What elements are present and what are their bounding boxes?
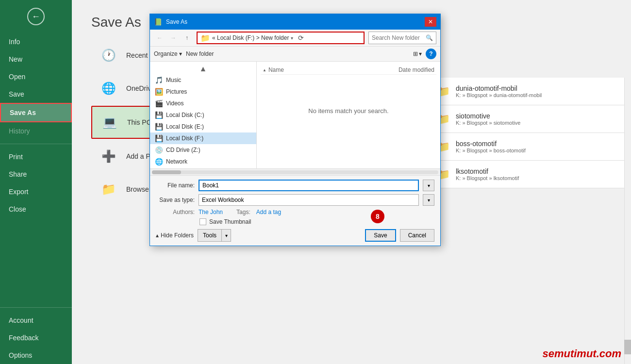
tree-label-disk-c: Local Disk (C:) <box>166 112 204 118</box>
nav-back-button[interactable]: ← <box>154 32 166 44</box>
folder-info: boss-otomotif K: » Blogspot » boss-otomo… <box>456 140 526 153</box>
sidebar-item-save-as[interactable]: Save As <box>0 103 72 122</box>
videos-icon: 🎬 <box>155 99 163 107</box>
tree-item-pictures[interactable]: 🖼️ Pictures <box>150 86 256 98</box>
tools-button-group: Tools ▾ <box>198 229 231 242</box>
refresh-button[interactable]: ⟳ <box>295 32 307 44</box>
save-type-input[interactable] <box>199 194 419 206</box>
folder-info: siotomotive K: » Blogspot » siotomotive <box>456 112 520 126</box>
view-chevron-icon: ▾ <box>419 50 422 57</box>
main-content: Save As 🕐 Recent 🌐 OneDrive 💻 This PC ➕ … <box>72 0 631 364</box>
save-button[interactable]: Save <box>365 229 396 242</box>
file-name-dropdown[interactable]: ▾ <box>423 180 434 191</box>
tags-label: Tags: <box>236 209 250 215</box>
h-scroll-track[interactable] <box>152 170 438 174</box>
scrollbar-thumb[interactable] <box>624 340 631 354</box>
music-icon: 🎵 <box>155 76 163 84</box>
search-icon: 🔍 <box>426 34 433 41</box>
sidebar-item-export[interactable]: Export <box>0 183 72 200</box>
dialog-body: ▲ 🎵 Music 🖼️ Pictures 🎬 Videos 💾 Local D… <box>150 62 440 168</box>
folder-info: dunia-otomotif-mobil K: » Blogspot » dun… <box>456 84 542 98</box>
nav-up-button[interactable]: ↑ <box>181 32 193 44</box>
save-type-dropdown[interactable]: ▾ <box>423 194 434 206</box>
tree-label-network: Network <box>166 158 187 165</box>
file-name-label: File name: <box>156 182 195 189</box>
save-as-dialog: 📗 Save As ✕ ← → ↑ 📁 « Local Disk (F:) > … <box>149 14 441 246</box>
sort-arrow-icon: ▲ <box>263 68 266 72</box>
disk-c-icon: 💾 <box>155 111 163 119</box>
search-box[interactable]: 🔍 <box>368 32 436 44</box>
sidebar-item-options[interactable]: Options <box>0 347 72 364</box>
new-folder-button[interactable]: New folder <box>186 50 214 57</box>
hide-folders-arrow-icon: ▴ <box>156 232 159 239</box>
tree-item-music[interactable]: 🎵 Music <box>150 74 256 86</box>
back-button[interactable]: ← <box>0 0 72 33</box>
bg-folder-siotomotive: 📁 siotomotive K: » Blogspot » siotomotiv… <box>427 105 631 133</box>
folder-info: lksotomotif K: » Blogspot » lksotomotif <box>456 167 519 181</box>
dialog-nav-toolbar: ← → ↑ 📁 « Local Disk (F:) > New folder ▾… <box>150 30 440 47</box>
tree-item-disk-c[interactable]: 💾 Local Disk (C:) <box>150 109 256 121</box>
scrollbar[interactable] <box>624 78 631 364</box>
recent-icon: 🕐 <box>99 46 118 65</box>
sidebar-item-open[interactable]: Open <box>0 68 72 85</box>
sidebar-item-account[interactable]: Account <box>0 312 72 329</box>
recent-label: Recent <box>126 51 148 59</box>
file-tree: ▲ 🎵 Music 🖼️ Pictures 🎬 Videos 💾 Local D… <box>150 62 257 168</box>
sidebar: ← Info New Open Save Save As History Pri… <box>0 0 72 364</box>
sidebar-item-save[interactable]: Save <box>0 85 72 103</box>
dialog-close-button[interactable]: ✕ <box>425 17 436 27</box>
tree-scroll-up[interactable]: ▲ <box>150 64 256 74</box>
search-input[interactable] <box>372 34 424 41</box>
tree-item-videos[interactable]: 🎬 Videos <box>150 98 256 109</box>
sidebar-item-new[interactable]: New <box>0 50 72 68</box>
tools-main-button[interactable]: Tools <box>198 229 221 242</box>
tags-value[interactable]: Add a tag <box>256 209 281 215</box>
tree-item-disk-e[interactable]: 💾 Local Disk (E:) <box>150 121 256 132</box>
column-date[interactable]: Date modified <box>399 66 434 73</box>
cd-drive-icon: 💿 <box>155 146 163 154</box>
organize-button[interactable]: Organize ▾ <box>154 50 182 57</box>
pictures-icon: 🖼️ <box>155 88 163 96</box>
thumbnail-checkbox[interactable] <box>199 218 206 225</box>
hide-folders-label: Hide Folders <box>161 232 194 239</box>
hide-folders-button[interactable]: ▴ Hide Folders <box>156 232 194 239</box>
sidebar-item-feedback[interactable]: Feedback <box>0 329 72 347</box>
tools-dropdown-button[interactable]: ▾ <box>221 229 231 242</box>
tree-item-network[interactable]: 🌐 Network <box>150 156 256 167</box>
tree-item-cd-drive[interactable]: 💿 CD Drive (Z:) <box>150 144 256 156</box>
add-place-icon: ➕ <box>99 147 118 166</box>
tree-label-music: Music <box>166 77 181 83</box>
tree-item-disk-f[interactable]: 💾 Local Disk (F:) <box>150 132 256 144</box>
onedrive-icon: 🌐 <box>99 79 118 98</box>
tree-scroll-down[interactable]: ▼ <box>150 167 256 168</box>
authors-row: Authors: The John Tags: Add a tag <box>156 209 434 215</box>
tree-label-pictures: Pictures <box>166 88 187 95</box>
column-name[interactable]: Name <box>268 66 397 73</box>
cancel-button[interactable]: Cancel <box>400 229 434 242</box>
address-text: « Local Disk (F:) > New folder <box>212 34 289 41</box>
organize-label: Organize ▾ <box>154 50 182 57</box>
thumbnail-row: Save Thumbnail <box>156 218 434 225</box>
dialog-buttons-row: ▴ Hide Folders Tools ▾ Save Cancel <box>156 229 434 242</box>
h-scroll-thumb[interactable] <box>152 170 181 174</box>
disk-f-icon: 💾 <box>155 134 163 142</box>
sidebar-item-print[interactable]: Print <box>0 148 72 165</box>
sidebar-item-history[interactable]: History <box>0 122 72 140</box>
this-pc-label: This PC <box>127 118 151 126</box>
file-list-header: ▲ Name Date modified <box>261 66 436 75</box>
tree-label-cd: CD Drive (Z:) <box>166 147 200 153</box>
sidebar-item-share[interactable]: Share <box>0 165 72 183</box>
dialog-footer: File name: ▾ Save as type: ▾ Authors: Th… <box>150 175 440 246</box>
disk-e-icon: 💾 <box>155 123 163 131</box>
view-button[interactable]: ⊞ ▾ <box>413 50 422 57</box>
view-icon: ⊞ <box>413 50 418 57</box>
sidebar-item-info[interactable]: Info <box>0 33 72 50</box>
bg-folder-lks: 📁 lksotomotif K: » Blogspot » lksotomoti… <box>427 161 631 188</box>
file-name-input[interactable] <box>199 180 419 191</box>
help-button[interactable]: ? <box>426 49 436 59</box>
horizontal-scrollbar[interactable] <box>150 168 440 175</box>
sidebar-item-close[interactable]: Close <box>0 200 72 218</box>
nav-forward-button[interactable]: → <box>167 32 179 44</box>
address-bar[interactable]: 📁 « Local Disk (F:) > New folder ▾ ⟳ <box>197 32 365 44</box>
dialog-second-toolbar: Organize ▾ New folder ⊞ ▾ ? <box>150 47 440 62</box>
